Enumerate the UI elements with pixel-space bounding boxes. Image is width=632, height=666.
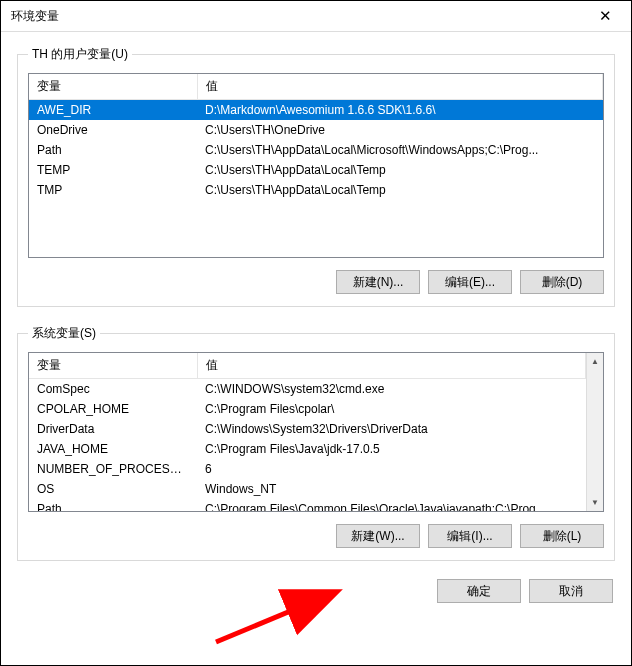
table-row[interactable]: Path C:\Users\TH\AppData\Local\Microsoft… bbox=[29, 140, 603, 160]
var-name: JAVA_HOME bbox=[29, 439, 197, 459]
table-row[interactable]: AWE_DIR D:\Markdown\Awesomium 1.6.6 SDK\… bbox=[29, 100, 603, 121]
var-name: DriverData bbox=[29, 419, 197, 439]
table-row[interactable]: Path C:\Program Files\Common Files\Oracl… bbox=[29, 499, 586, 511]
var-name: Path bbox=[29, 140, 197, 160]
footer-buttons: 确定 取消 bbox=[17, 579, 615, 603]
column-header-variable[interactable]: 变量 bbox=[29, 353, 197, 379]
var-name: Path bbox=[29, 499, 197, 511]
user-buttons-row: 新建(N)... 编辑(E)... 删除(D) bbox=[28, 270, 604, 294]
table-row[interactable]: TEMP C:\Users\TH\AppData\Local\Temp bbox=[29, 160, 603, 180]
scroll-track[interactable] bbox=[587, 370, 603, 494]
system-group-legend: 系统变量(S) bbox=[28, 325, 100, 342]
user-group-legend: TH 的用户变量(U) bbox=[28, 46, 132, 63]
column-header-value[interactable]: 值 bbox=[197, 353, 586, 379]
var-name: OneDrive bbox=[29, 120, 197, 140]
var-value: C:\Users\TH\OneDrive bbox=[197, 120, 603, 140]
var-name: TMP bbox=[29, 180, 197, 200]
table-row[interactable]: DriverData C:\Windows\System32\Drivers\D… bbox=[29, 419, 586, 439]
var-value: C:\Users\TH\AppData\Local\Microsoft\Wind… bbox=[197, 140, 603, 160]
cancel-button[interactable]: 取消 bbox=[529, 579, 613, 603]
ok-button[interactable]: 确定 bbox=[437, 579, 521, 603]
var-value: Windows_NT bbox=[197, 479, 586, 499]
user-variables-table-wrap: 变量 值 AWE_DIR D:\Markdown\Awesomium 1.6.6… bbox=[28, 73, 604, 258]
var-name: OS bbox=[29, 479, 197, 499]
table-row[interactable]: ComSpec C:\WINDOWS\system32\cmd.exe bbox=[29, 379, 586, 400]
user-edit-button[interactable]: 编辑(E)... bbox=[428, 270, 512, 294]
var-value: C:\Users\TH\AppData\Local\Temp bbox=[197, 160, 603, 180]
var-value: D:\Markdown\Awesomium 1.6.6 SDK\1.6.6\ bbox=[197, 100, 603, 121]
titlebar: 环境变量 ✕ bbox=[1, 1, 631, 32]
var-name: NUMBER_OF_PROCESSORS bbox=[29, 459, 197, 479]
column-header-variable[interactable]: 变量 bbox=[29, 74, 197, 100]
table-row[interactable]: TMP C:\Users\TH\AppData\Local\Temp bbox=[29, 180, 603, 200]
system-variables-group: 系统变量(S) 变量 值 ComSpec bbox=[17, 325, 615, 561]
var-value: C:\Users\TH\AppData\Local\Temp bbox=[197, 180, 603, 200]
user-table-header: 变量 值 bbox=[29, 74, 603, 100]
var-value: C:\Windows\System32\Drivers\DriverData bbox=[197, 419, 586, 439]
system-variables-table-wrap: 变量 值 ComSpec C:\WINDOWS\system32\cmd.exe… bbox=[28, 352, 604, 512]
var-value: C:\WINDOWS\system32\cmd.exe bbox=[197, 379, 586, 400]
dialog-content: TH 的用户变量(U) 变量 值 AWE_DIR bbox=[1, 32, 631, 665]
user-new-button[interactable]: 新建(N)... bbox=[336, 270, 420, 294]
window-title: 环境变量 bbox=[11, 8, 59, 25]
system-delete-button[interactable]: 删除(L) bbox=[520, 524, 604, 548]
var-name: CPOLAR_HOME bbox=[29, 399, 197, 419]
var-value: C:\Program Files\Java\jdk-17.0.5 bbox=[197, 439, 586, 459]
scroll-up-icon[interactable]: ▲ bbox=[587, 353, 603, 370]
system-buttons-row: 新建(W)... 编辑(I)... 删除(L) bbox=[28, 524, 604, 548]
user-variables-group: TH 的用户变量(U) 变量 值 AWE_DIR bbox=[17, 46, 615, 307]
system-variables-table[interactable]: 变量 值 ComSpec C:\WINDOWS\system32\cmd.exe… bbox=[29, 353, 586, 511]
user-delete-button[interactable]: 删除(D) bbox=[520, 270, 604, 294]
var-name: ComSpec bbox=[29, 379, 197, 400]
table-row[interactable]: NUMBER_OF_PROCESSORS 6 bbox=[29, 459, 586, 479]
system-scrollbar[interactable]: ▲ ▼ bbox=[586, 353, 603, 511]
column-header-value[interactable]: 值 bbox=[197, 74, 603, 100]
system-edit-button[interactable]: 编辑(I)... bbox=[428, 524, 512, 548]
var-name: TEMP bbox=[29, 160, 197, 180]
user-variables-table[interactable]: 变量 值 AWE_DIR D:\Markdown\Awesomium 1.6.6… bbox=[29, 74, 603, 257]
table-row[interactable]: OneDrive C:\Users\TH\OneDrive bbox=[29, 120, 603, 140]
env-vars-dialog: 环境变量 ✕ TH 的用户变量(U) 变量 值 bbox=[0, 0, 632, 666]
var-value: 6 bbox=[197, 459, 586, 479]
scroll-down-icon[interactable]: ▼ bbox=[587, 494, 603, 511]
table-row[interactable]: OS Windows_NT bbox=[29, 479, 586, 499]
system-table-header: 变量 值 bbox=[29, 353, 586, 379]
table-row[interactable]: CPOLAR_HOME C:\Program Files\cpolar\ bbox=[29, 399, 586, 419]
var-value: C:\Program Files\cpolar\ bbox=[197, 399, 586, 419]
system-new-button[interactable]: 新建(W)... bbox=[336, 524, 420, 548]
table-row[interactable]: JAVA_HOME C:\Program Files\Java\jdk-17.0… bbox=[29, 439, 586, 459]
var-name: AWE_DIR bbox=[29, 100, 197, 121]
close-icon[interactable]: ✕ bbox=[589, 7, 621, 25]
var-value: C:\Program Files\Common Files\Oracle\Jav… bbox=[197, 499, 586, 511]
